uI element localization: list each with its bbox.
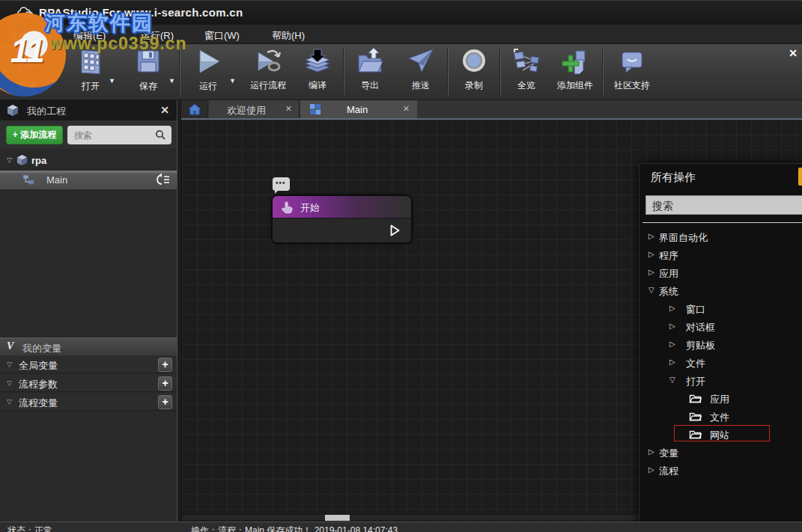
expander-icon[interactable]: ▷ bbox=[648, 232, 654, 240]
tab-strip: 欢迎使用 ✕ Main ✕ bbox=[181, 100, 802, 120]
add-component-button[interactable]: 添加组件 bbox=[550, 46, 600, 92]
operations-search-input[interactable]: 搜索 bbox=[645, 195, 802, 215]
ops-node-flow[interactable]: ▷流程 bbox=[640, 462, 802, 480]
ops-node-open-file[interactable]: 文件 bbox=[640, 408, 802, 426]
expander-icon[interactable]: ▷ bbox=[669, 304, 675, 312]
add-global-variable-button[interactable]: + bbox=[158, 358, 172, 372]
comment-dots: ••• bbox=[276, 179, 286, 187]
grid-view-button[interactable]: ▦ bbox=[798, 168, 802, 186]
add-flow-button[interactable]: + 添加流程 bbox=[6, 126, 63, 144]
overview-button-label: 全览 bbox=[507, 79, 546, 92]
new-dropdown-caret[interactable]: ▼ bbox=[49, 77, 56, 85]
expander-icon[interactable]: ▽ bbox=[648, 286, 654, 294]
compile-icon bbox=[303, 46, 332, 78]
expander-icon[interactable]: ▷ bbox=[669, 322, 675, 330]
overview-button[interactable]: 全览 bbox=[507, 46, 546, 92]
ops-node-label: 流程 bbox=[659, 465, 678, 478]
tab-main[interactable]: Main ✕ bbox=[300, 100, 417, 118]
ops-node-system[interactable]: ▽系统 bbox=[640, 282, 802, 300]
tab-welcome[interactable]: 欢迎使用 ✕ bbox=[209, 100, 300, 118]
ops-node-application[interactable]: ▷应用 bbox=[640, 264, 802, 282]
push-button[interactable]: 推送 bbox=[401, 46, 440, 92]
scrollbar-handle[interactable] bbox=[325, 515, 350, 521]
new-document-icon bbox=[13, 46, 41, 78]
ops-node-label: 文件 bbox=[710, 411, 729, 424]
status-text: 状态：正常 bbox=[7, 525, 52, 532]
expander-icon[interactable]: ▷ bbox=[669, 358, 675, 366]
ops-node-program[interactable]: ▷程序 bbox=[640, 246, 802, 264]
ops-node-open[interactable]: ▽打开 bbox=[640, 372, 802, 390]
menu-run[interactable]: 运行(R) bbox=[136, 28, 178, 44]
toolbar-separator bbox=[448, 49, 449, 95]
operations-panel-title: 所有操作 bbox=[651, 171, 696, 185]
flow-actions-icon[interactable] bbox=[156, 173, 171, 186]
expander-icon[interactable]: ▷ bbox=[648, 250, 654, 258]
ops-node-label: 打开 bbox=[686, 375, 705, 388]
tree-row-rpa[interactable]: ▽ rpa bbox=[0, 152, 177, 170]
ops-node-window[interactable]: ▷窗口 bbox=[640, 300, 802, 318]
menu-window[interactable]: 窗口(W) bbox=[200, 28, 244, 44]
menu-file[interactable]: 文件(F) bbox=[4, 28, 46, 44]
expander-icon[interactable]: ▽ bbox=[7, 361, 12, 368]
ops-node-label: 应用 bbox=[659, 267, 678, 281]
expander-icon[interactable]: ▷ bbox=[669, 340, 675, 348]
comment-bubble-icon[interactable]: ••• bbox=[273, 177, 290, 191]
expander-icon[interactable]: ▷ bbox=[648, 465, 654, 474]
export-button-label: 导出 bbox=[350, 79, 389, 92]
export-icon bbox=[356, 46, 384, 78]
ops-node-label: 程序 bbox=[659, 249, 678, 263]
ops-node-open-application[interactable]: 应用 bbox=[640, 390, 802, 408]
run-flow-button[interactable]: 运行流程 bbox=[246, 46, 291, 92]
add-flow-param-button[interactable]: + bbox=[158, 376, 172, 391]
start-node-header[interactable]: 开始 bbox=[273, 196, 411, 218]
community-icon bbox=[618, 46, 646, 78]
export-button[interactable]: 导出 bbox=[350, 46, 389, 92]
start-node[interactable]: 开始 bbox=[273, 196, 411, 242]
new-button[interactable] bbox=[7, 46, 46, 78]
tree-row-main[interactable]: Main bbox=[0, 171, 177, 189]
open-button[interactable] bbox=[70, 46, 112, 78]
record-button[interactable]: 录制 bbox=[455, 46, 493, 92]
project-search-input[interactable]: 搜索 bbox=[67, 126, 171, 144]
expander-icon[interactable]: ▷ bbox=[648, 268, 654, 276]
record-button-label: 录制 bbox=[455, 79, 493, 92]
new-button-label: 新建 bbox=[7, 80, 46, 93]
global-variables-row[interactable]: ▽ 全局变量 + bbox=[0, 355, 177, 373]
tab-welcome-close-icon[interactable]: ✕ bbox=[285, 104, 292, 114]
tab-main-close-icon[interactable]: ✕ bbox=[403, 104, 410, 114]
expander-icon[interactable]: ▽ bbox=[7, 398, 12, 406]
community-button[interactable]: 社区支持 bbox=[608, 46, 656, 92]
flow-canvas[interactable]: ••• 开始 bbox=[181, 120, 802, 522]
add-flow-variable-button[interactable]: + bbox=[158, 395, 172, 409]
run-button[interactable] bbox=[189, 46, 228, 78]
ops-node-label: 系统 bbox=[659, 285, 678, 299]
open-button-label: 打开 bbox=[70, 80, 112, 93]
expander-icon[interactable]: ▽ bbox=[7, 156, 12, 164]
start-node-body[interactable] bbox=[273, 218, 411, 242]
save-dropdown-caret[interactable]: ▼ bbox=[168, 77, 175, 85]
ops-node-clipboard[interactable]: ▷剪贴板 bbox=[640, 336, 802, 354]
node-play-icon[interactable] bbox=[389, 224, 401, 237]
ops-node-dialog[interactable]: ▷对话框 bbox=[640, 318, 802, 336]
window-title: RPAStudio For www.i-search.com.cn bbox=[39, 6, 243, 19]
ops-node-file[interactable]: ▷文件 bbox=[640, 354, 802, 372]
project-panel-close-icon[interactable]: ✕ bbox=[160, 104, 169, 116]
toolbar-close-icon[interactable]: ✕ bbox=[789, 47, 798, 59]
variables-panel-header: V 我的变量 bbox=[0, 337, 177, 355]
save-button[interactable] bbox=[129, 46, 168, 78]
tab-home[interactable] bbox=[181, 100, 208, 118]
start-node-title: 开始 bbox=[300, 201, 320, 215]
flow-params-row[interactable]: ▽ 流程参数 + bbox=[0, 374, 177, 392]
expander-icon[interactable]: ▽ bbox=[7, 379, 12, 387]
flow-variables-row[interactable]: ▽ 流程变量 + bbox=[0, 393, 177, 411]
compile-button[interactable]: 编译 bbox=[298, 46, 337, 92]
ops-node-open-website[interactable]: 网站 bbox=[640, 426, 802, 444]
run-icon bbox=[194, 46, 222, 78]
menu-edit[interactable]: 编辑(E) bbox=[69, 28, 110, 44]
expander-icon[interactable]: ▽ bbox=[669, 376, 675, 384]
ops-node-ui-automation[interactable]: ▷界面自动化 bbox=[640, 228, 802, 246]
run-dropdown-caret[interactable]: ▼ bbox=[229, 77, 236, 85]
expander-icon[interactable]: ▷ bbox=[648, 447, 654, 456]
menu-help[interactable]: 帮助(H) bbox=[267, 28, 309, 44]
ops-node-variable[interactable]: ▷变量 bbox=[640, 444, 802, 462]
